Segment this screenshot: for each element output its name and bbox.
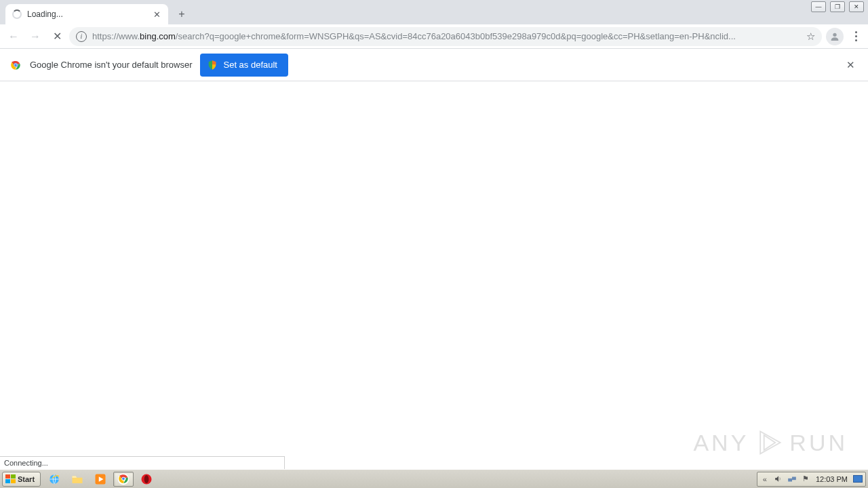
browser-titlebar: Loading... ✕ + — ❐ ✕	[0, 0, 868, 24]
chrome-menu-button[interactable]	[848, 27, 864, 46]
taskbar-explorer-icon[interactable]	[67, 472, 87, 487]
start-button[interactable]: Start	[2, 472, 41, 487]
tray-volume-icon[interactable]	[774, 474, 783, 484]
nav-forward-button[interactable]: →	[26, 27, 45, 46]
tray-expand-icon[interactable]: «	[760, 474, 770, 484]
nav-stop-button[interactable]: ✕	[47, 27, 66, 46]
tab-title: Loading...	[27, 9, 146, 19]
site-info-icon[interactable]: i	[76, 31, 87, 42]
shield-icon	[207, 60, 218, 70]
taskbar-opera-icon[interactable]	[136, 472, 157, 487]
bookmark-star-icon[interactable]: ☆	[806, 30, 815, 43]
infobar-close-icon[interactable]: ✕	[842, 57, 859, 73]
tray-network-icon[interactable]	[787, 474, 797, 484]
nav-back-button[interactable]: ←	[4, 27, 23, 46]
set-default-button[interactable]: Set as default	[200, 54, 288, 77]
taskbar-ie-icon[interactable]	[44, 472, 64, 487]
status-bar: Connecting...	[0, 456, 285, 469]
window-close-button[interactable]: ✕	[849, 1, 864, 12]
svg-point-11	[122, 477, 125, 480]
svg-point-3	[14, 64, 17, 66]
infobar-message: Google Chrome isn't your default browser	[30, 60, 192, 70]
page-content	[0, 81, 868, 469]
svg-point-13	[144, 475, 149, 483]
status-text: Connecting...	[4, 459, 48, 467]
svg-rect-15	[792, 476, 796, 480]
system-tray: « ⚑ 12:03 PM	[757, 472, 866, 487]
windows-logo-icon	[5, 474, 16, 483]
url-text: https://www.bing.com/search?q=google+chr…	[92, 31, 801, 41]
browser-toolbar: ← → ✕ i https://www.bing.com/search?q=go…	[0, 24, 868, 49]
taskbar-media-icon[interactable]	[90, 472, 111, 487]
tray-monitor-icon[interactable]	[853, 475, 863, 483]
browser-tab[interactable]: Loading... ✕	[5, 4, 168, 24]
windows-taskbar: Start « ⚑ 12:03 PM	[0, 469, 868, 488]
tray-clock[interactable]: 12:03 PM	[814, 475, 849, 483]
window-controls: — ❐ ✕	[811, 1, 864, 12]
taskbar-chrome-icon[interactable]	[113, 472, 134, 487]
svg-point-0	[833, 33, 836, 36]
new-tab-button[interactable]: +	[172, 5, 191, 24]
loading-spinner-icon	[12, 9, 22, 19]
tray-flag-icon[interactable]: ⚑	[801, 474, 810, 484]
svg-rect-14	[788, 478, 792, 481]
set-default-label: Set as default	[223, 60, 277, 70]
chrome-logo-icon	[9, 59, 22, 71]
default-browser-infobar: Google Chrome isn't your default browser…	[0, 49, 868, 81]
person-icon	[829, 31, 840, 42]
address-bar[interactable]: i https://www.bing.com/search?q=google+c…	[69, 27, 822, 46]
window-minimize-button[interactable]: —	[811, 1, 826, 12]
window-maximize-button[interactable]: ❐	[830, 1, 845, 12]
start-label: Start	[18, 475, 35, 483]
profile-avatar-button[interactable]	[826, 28, 844, 45]
tab-close-icon[interactable]: ✕	[152, 9, 161, 19]
